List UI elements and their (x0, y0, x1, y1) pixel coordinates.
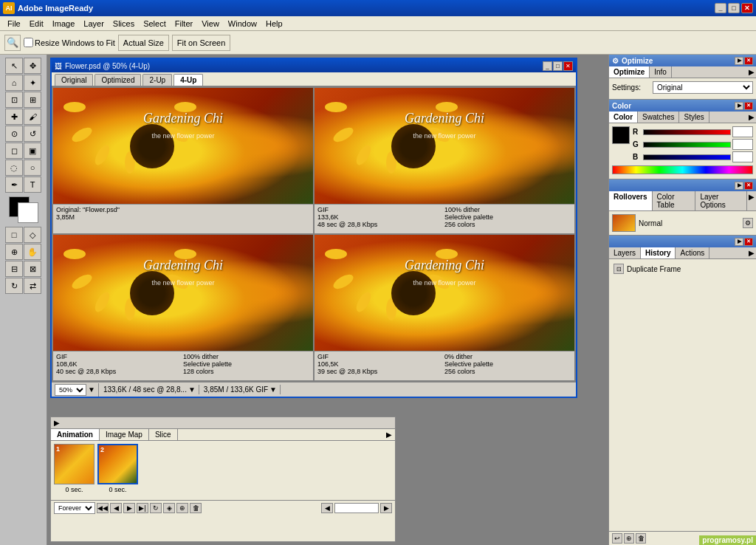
image-maximize-button[interactable]: □ (553, 61, 563, 71)
tool-slice[interactable]: ⊞ (24, 92, 41, 108)
menu-image[interactable]: Image (48, 18, 80, 30)
step-back-button[interactable]: ◀ (110, 503, 122, 513)
layer-options-tab[interactable]: Layer Options (695, 191, 747, 210)
fit-on-screen-button[interactable]: Fit on Screen (172, 35, 230, 51)
swatches-tab[interactable]: Swatches (638, 112, 679, 123)
menu-window[interactable]: Window (224, 18, 261, 30)
tool-heal[interactable]: ✚ (5, 109, 23, 125)
delete-frame-button[interactable]: 🗑 (190, 503, 202, 513)
optimize-panel-close[interactable]: ✕ (744, 57, 753, 65)
tool-select[interactable]: ↖ (5, 58, 23, 74)
close-button[interactable]: ✕ (741, 3, 753, 13)
tab-animation[interactable]: Animation (51, 429, 100, 440)
optimize-info-expand[interactable]: ▶ (735, 57, 743, 65)
tool-brush[interactable]: 🖌 (24, 109, 41, 125)
menu-slices[interactable]: Slices (109, 18, 139, 30)
minimize-button[interactable]: _ (715, 3, 726, 13)
tab-optimized[interactable]: Optimized (94, 74, 141, 86)
red-value[interactable]: 00 (732, 126, 753, 137)
step-forward-button[interactable]: ▶| (137, 503, 148, 513)
tool-blur[interactable]: ◌ (5, 160, 23, 176)
tool-gradient[interactable]: ▣ (24, 143, 41, 159)
tab-2up[interactable]: 2-Up (142, 74, 172, 86)
actions-tab[interactable]: Actions (676, 247, 709, 258)
tool-extra-1[interactable]: ⊟ (5, 261, 23, 277)
green-slider[interactable] (643, 142, 731, 148)
color-options-button[interactable]: ▶ (747, 112, 756, 123)
scroll-right[interactable]: ▶ (380, 503, 392, 513)
anim-thumb-2[interactable]: 2 (97, 444, 138, 484)
settings-select[interactable]: Original (653, 81, 753, 94)
loop-select[interactable]: Forever (54, 502, 95, 514)
menu-view[interactable]: View (197, 18, 224, 30)
optimize-tab[interactable]: Optimize (609, 66, 650, 78)
green-value[interactable]: 00 (732, 139, 753, 150)
tab-original[interactable]: Original (55, 74, 93, 86)
styles-tab[interactable]: Styles (679, 112, 709, 123)
optimize-options-button[interactable]: ▶ (747, 66, 756, 78)
resize-windows-checkbox[interactable] (24, 38, 33, 47)
background-color[interactable] (18, 202, 38, 223)
actual-size-button[interactable]: Actual Size (118, 35, 169, 51)
history-tab[interactable]: History (641, 247, 676, 258)
tool-pen[interactable]: ✒ (5, 176, 23, 193)
history-options-button[interactable]: ▶ (747, 247, 756, 258)
rollover-options-button[interactable]: ▶ (747, 191, 756, 210)
rollovers-tab[interactable]: Rollovers (609, 191, 653, 210)
anim-expand-button[interactable]: ▶ (383, 429, 395, 440)
menu-select[interactable]: Select (139, 18, 171, 30)
layers-tab[interactable]: Layers (609, 247, 641, 258)
tool-path[interactable]: ◇ (24, 227, 41, 243)
rollover-options-icon[interactable]: ⚙ (743, 218, 753, 228)
tool-history-brush[interactable]: ↺ (24, 126, 41, 142)
history-new-button[interactable]: ⊕ (624, 533, 634, 544)
menu-edit[interactable]: Edit (25, 18, 48, 30)
menu-layer[interactable]: Layer (79, 18, 109, 30)
tool-eraser[interactable]: ◻ (5, 143, 23, 159)
resize-windows-checkbox-label[interactable]: Resize Windows to Fit (24, 38, 115, 47)
tool-hand[interactable]: ✋ (24, 244, 41, 260)
history-expand-button[interactable]: ▶ (735, 238, 743, 246)
image-close-button[interactable]: ✕ (563, 61, 573, 71)
scroll-bar[interactable] (334, 503, 379, 513)
color-panel-close[interactable]: ✕ (744, 102, 753, 110)
history-delete-button[interactable]: 🗑 (636, 533, 646, 544)
color-selector[interactable] (9, 196, 38, 223)
tool-text[interactable]: T (24, 176, 41, 193)
image-minimize-button[interactable]: _ (543, 61, 552, 71)
play-button[interactable]: ▶ (123, 503, 135, 513)
tool-crop[interactable]: ⊡ (5, 92, 23, 108)
tool-lasso[interactable]: ⌂ (5, 75, 23, 91)
tweens-button[interactable]: ◈ (163, 503, 175, 513)
rollover-expand-button[interactable]: ▶ (735, 182, 743, 190)
menu-file[interactable]: File (3, 18, 25, 30)
loop-button[interactable]: ↻ (150, 503, 162, 513)
red-slider[interactable] (643, 129, 731, 135)
tool-magnifier-icon[interactable]: 🔍 (4, 35, 21, 51)
info-tab[interactable]: Info (650, 66, 672, 78)
tool-extra-3[interactable]: ↻ (5, 278, 23, 294)
blue-slider[interactable] (643, 154, 731, 160)
duplicate-frame-button[interactable]: ⊕ (176, 503, 188, 513)
color-expand-button[interactable]: ▶ (735, 102, 743, 110)
blue-value[interactable]: 00 (732, 151, 753, 162)
rewind-button[interactable]: ◀◀ (97, 503, 109, 513)
tool-move[interactable]: ✥ (24, 58, 41, 74)
color-preview-box[interactable] (612, 126, 630, 144)
tab-4up[interactable]: 4-Up (173, 74, 203, 86)
rollover-panel-close[interactable]: ✕ (744, 182, 753, 190)
color-tab[interactable]: Color (609, 112, 638, 123)
zoom-dropdown[interactable]: 50% (55, 384, 86, 396)
color-table-tab[interactable]: Color Table (653, 191, 696, 210)
menu-filter[interactable]: Filter (171, 18, 197, 30)
tool-shape[interactable]: □ (5, 227, 23, 243)
menu-help[interactable]: Help (261, 18, 287, 30)
tool-extra-2[interactable]: ⊠ (24, 261, 41, 277)
maximize-button[interactable]: □ (728, 3, 740, 13)
tool-stamp[interactable]: ⊙ (5, 126, 23, 142)
anim-thumb-1[interactable]: 1 (54, 444, 94, 484)
tool-magic-wand[interactable]: ✦ (24, 75, 41, 91)
tab-slice[interactable]: Slice (149, 429, 178, 440)
color-spectrum[interactable] (612, 165, 753, 174)
tool-extra-4[interactable]: ⇄ (24, 278, 41, 294)
